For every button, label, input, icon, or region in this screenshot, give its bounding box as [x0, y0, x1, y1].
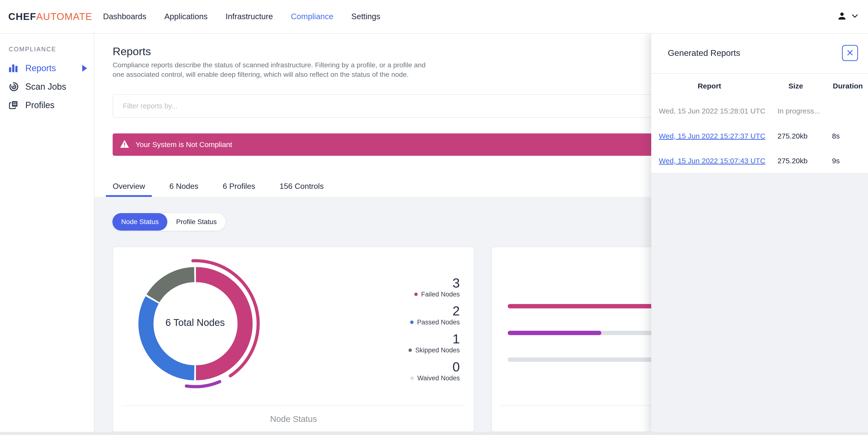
- table-row: Wed, 15 Jun 2022 15:27:37 UTC 275.20kb 8…: [651, 123, 868, 148]
- top-nav: CHEFAUTOMATE Dashboards Applications Inf…: [0, 0, 868, 34]
- report-download-link[interactable]: Wed, 15 Jun 2022 15:27:37 UTC: [659, 132, 765, 140]
- close-panel-button[interactable]: [842, 45, 858, 61]
- nav-infrastructure[interactable]: Infrastructure: [225, 12, 273, 21]
- sidebar-item-label: Profiles: [25, 100, 55, 110]
- sidebar-section-label: COMPLIANCE: [9, 46, 94, 53]
- nav-dashboards[interactable]: Dashboards: [103, 12, 146, 21]
- report-tabs: Overview 6 Nodes 6 Profiles 156 Controls: [106, 177, 330, 197]
- status-toggle: Node Status Profile Status: [113, 213, 225, 231]
- sidebar-item-label: Scan Jobs: [25, 82, 66, 92]
- node-status-card: 6 Total Nodes 3 Failed Nodes 2 Passed No…: [113, 247, 474, 432]
- report-size: 275.20kb: [777, 132, 807, 140]
- card-footer-label: Node Status: [122, 405, 465, 432]
- user-menu[interactable]: [836, 0, 858, 33]
- node-status-pill[interactable]: Node Status: [113, 213, 167, 231]
- column-report: Report: [659, 82, 760, 90]
- tab-profiles[interactable]: 6 Profiles: [216, 177, 262, 197]
- skipped-dot-icon: [408, 348, 412, 352]
- donut-center-label: 6 Total Nodes: [147, 317, 244, 328]
- failed-dot-icon: [414, 293, 418, 296]
- report-timestamp: Wed, 15 Jun 2022 15:28:01 UTC: [659, 107, 765, 115]
- generated-reports-table-card: Generated Reports Report Size Duration W…: [651, 34, 868, 174]
- column-duration: Duration: [830, 82, 866, 90]
- report-size: 275.20kb: [777, 157, 807, 165]
- page-description: Compliance reports describe the status o…: [113, 60, 426, 79]
- filter-reports-input[interactable]: [113, 94, 745, 118]
- legend-item-failed: 3 Failed Nodes: [387, 276, 460, 299]
- sidebar: COMPLIANCE Reports Scan Jobs Profiles: [0, 34, 94, 435]
- radar-icon: [8, 81, 20, 92]
- legend-item-waived: 0 Waived Nodes: [387, 360, 460, 382]
- panel-title: Generated Reports: [668, 48, 740, 58]
- page-title: Reports: [113, 45, 151, 58]
- nav-compliance[interactable]: Compliance: [291, 12, 333, 21]
- tab-controls[interactable]: 156 Controls: [273, 177, 330, 197]
- chevron-down-icon: [851, 13, 858, 20]
- chevron-right-icon: [82, 65, 87, 72]
- profile-status-pill[interactable]: Profile Status: [167, 213, 225, 231]
- sidebar-item-reports[interactable]: Reports: [0, 59, 94, 77]
- waived-dot-icon: [410, 376, 414, 380]
- person-icon: [836, 10, 847, 23]
- column-size: Size: [777, 82, 814, 90]
- bar-chart-icon: [8, 63, 20, 74]
- nav-settings[interactable]: Settings: [351, 12, 380, 21]
- documents-icon: [8, 100, 20, 110]
- tab-nodes[interactable]: 6 Nodes: [162, 177, 205, 197]
- sidebar-item-label: Reports: [25, 63, 56, 73]
- x-icon: [846, 49, 854, 57]
- table-row: Wed, 15 Jun 2022 15:07:43 UTC 275.20kb 9…: [651, 148, 868, 173]
- primary-nav: Dashboards Applications Infrastructure C…: [103, 12, 380, 21]
- nav-applications[interactable]: Applications: [164, 12, 208, 21]
- app-logo[interactable]: CHEFAUTOMATE: [8, 11, 92, 22]
- report-duration: 9s: [832, 157, 840, 165]
- legend-item-passed: 2 Passed Nodes: [387, 304, 460, 327]
- logo-automate: AUTOMATE: [36, 11, 92, 22]
- table-header-row: Report Size Duration: [651, 73, 868, 98]
- banner-text: Your System is Not Compliant: [135, 140, 232, 149]
- warning-triangle-icon: [120, 140, 129, 150]
- generated-reports-panel: Generated Reports Report Size Duration W…: [651, 34, 868, 435]
- sidebar-item-profiles[interactable]: Profiles: [0, 96, 94, 114]
- compliance-alert-banner: Your System is Not Compliant: [113, 133, 745, 156]
- report-duration: 8s: [832, 132, 840, 140]
- node-status-legend: 3 Failed Nodes 2 Passed Nodes 1 Skipped …: [387, 276, 460, 388]
- panel-header: Generated Reports: [651, 34, 868, 74]
- legend-item-skipped: 1 Skipped Nodes: [387, 332, 460, 355]
- report-size: In progress...: [777, 107, 820, 115]
- logo-chef: CHEF: [8, 11, 36, 22]
- sidebar-item-scan-jobs[interactable]: Scan Jobs: [0, 77, 94, 96]
- tab-overview[interactable]: Overview: [106, 177, 152, 197]
- table-row: Wed, 15 Jun 2022 15:28:01 UTC In progres…: [651, 98, 868, 123]
- passed-dot-icon: [410, 321, 413, 324]
- horizontal-scrollbar[interactable]: [0, 432, 868, 435]
- report-download-link[interactable]: Wed, 15 Jun 2022 15:07:43 UTC: [659, 157, 765, 165]
